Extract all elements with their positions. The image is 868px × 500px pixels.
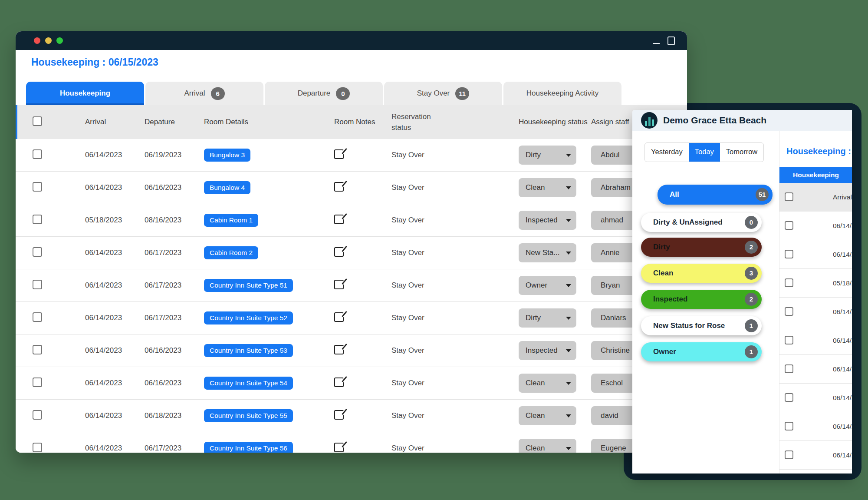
arrival-date: 05/18/2023 (68, 216, 133, 225)
minimize-icon[interactable] (653, 43, 660, 44)
tab-housekeeping[interactable]: Housekeeping (26, 82, 144, 105)
arrival-date: 06/14/2023 (68, 346, 133, 355)
departure-date: 08/16/2023 (133, 216, 194, 225)
row-checkbox[interactable] (33, 377, 42, 387)
room-notes-cell (324, 247, 389, 258)
row-checkbox[interactable] (33, 280, 42, 289)
mini-row-checkbox[interactable] (785, 336, 793, 344)
tab-housekeeping-activity[interactable]: Housekeeping Activity (503, 82, 621, 105)
room-notes-cell (324, 377, 389, 389)
tab-arrival[interactable]: Arrival6 (145, 82, 263, 105)
housekeeping-status-dropdown[interactable]: New Sta... (519, 243, 576, 262)
mini-row-checkbox[interactable] (785, 450, 793, 459)
day-toggle-yesterday[interactable]: Yesterday (645, 143, 689, 162)
day-toggle-today[interactable]: Today (689, 143, 720, 162)
table-body: 06/14/202306/19/2023Bungalow 3Stay OverD… (16, 139, 687, 453)
tab-label: Stay Over (417, 89, 450, 98)
filter-pill-new-status-for-rose[interactable]: New Status for Rose1 (641, 316, 762, 335)
housekeeping-status-dropdown[interactable]: Dirty (519, 308, 576, 328)
housekeeping-status-dropdown[interactable]: Inspected (519, 211, 576, 230)
row-checkbox[interactable] (33, 312, 42, 322)
room-details-cell: Country Inn Suite Type 56 (194, 442, 324, 453)
filter-pill-owner[interactable]: Owner1 (641, 342, 762, 361)
mini-row-checkbox[interactable] (785, 393, 793, 402)
filter-pill-dirty[interactable]: Dirty2 (641, 238, 762, 257)
tab-departure[interactable]: Departure0 (265, 82, 383, 105)
filter-label: All (670, 190, 679, 199)
mini-row-checkbox[interactable] (785, 364, 793, 373)
panel-header: Demo Grace Etta Beach (632, 110, 852, 131)
edit-note-icon[interactable] (334, 280, 344, 289)
housekeeping-status-dropdown[interactable]: Clean (519, 178, 576, 197)
mini-row-checkbox[interactable] (785, 221, 793, 230)
housekeeping-status-dropdown[interactable]: Clean (519, 439, 576, 453)
row-checkbox-cell (16, 215, 68, 226)
room-name-pill[interactable]: Country Inn Suite Type 55 (204, 409, 293, 422)
room-name-pill[interactable]: Country Inn Suite Type 53 (204, 344, 293, 357)
close-window-button[interactable] (34, 37, 40, 44)
edit-note-icon[interactable] (334, 377, 344, 387)
row-checkbox[interactable] (33, 345, 42, 354)
filter-label: New Status for Rose (653, 321, 725, 330)
room-name-pill[interactable]: Country Inn Suite Type 54 (204, 377, 293, 390)
mini-arrival-date: 06/14/2023 (833, 222, 852, 230)
room-name-pill[interactable]: Cabin Room 2 (204, 246, 258, 259)
filter-pill-inspected[interactable]: Inspected2 (641, 290, 762, 309)
row-checkbox[interactable] (33, 443, 42, 452)
edit-note-icon[interactable] (334, 345, 344, 354)
housekeeping-status-dropdown[interactable]: Clean (519, 374, 576, 393)
reservation-status: Stay Over (389, 444, 493, 453)
room-name-pill[interactable]: Country Inn Suite Type 51 (204, 279, 293, 292)
room-name-pill[interactable]: Country Inn Suite Type 52 (204, 311, 293, 325)
mini-tab-housekeeping[interactable]: Housekeeping (779, 167, 852, 183)
mini-row-checkbox[interactable] (785, 250, 793, 258)
housekeeping-status-dropdown[interactable]: Inspected (519, 341, 576, 360)
mini-row-checkbox[interactable] (785, 307, 793, 316)
filter-pill-dirty-unassigned[interactable]: Dirty & UnAssigned0 (641, 213, 762, 232)
row-checkbox-cell (16, 410, 68, 421)
edit-note-icon[interactable] (334, 149, 344, 159)
room-notes-cell (324, 182, 389, 193)
maximize-icon[interactable] (667, 36, 675, 45)
room-name-pill[interactable]: Bungalow 4 (204, 181, 250, 194)
room-name-pill[interactable]: Country Inn Suite Type 56 (204, 442, 293, 453)
mini-table-row: 06/14/2023 (779, 240, 852, 269)
mini-select-all-checkbox[interactable] (785, 192, 793, 201)
chevron-down-icon (566, 317, 571, 320)
housekeeping-status-dropdown[interactable]: Owner (519, 276, 576, 295)
select-all-checkbox[interactable] (33, 116, 42, 126)
filter-label: Dirty & UnAssigned (653, 218, 723, 227)
room-notes-cell (324, 410, 389, 421)
filter-pill-all[interactable]: All51 (658, 185, 773, 205)
room-notes-cell (324, 215, 389, 226)
row-checkbox[interactable] (33, 182, 42, 192)
row-checkbox[interactable] (33, 149, 42, 159)
filter-count-badge: 51 (756, 188, 769, 201)
row-checkbox[interactable] (33, 410, 42, 420)
row-checkbox[interactable] (33, 247, 42, 257)
zoom-window-button[interactable] (56, 37, 63, 44)
edit-note-icon[interactable] (334, 312, 344, 322)
mini-row-checkbox[interactable] (785, 278, 793, 287)
edit-note-icon[interactable] (334, 182, 344, 192)
room-name-pill[interactable]: Cabin Room 1 (204, 214, 258, 227)
minimize-window-button[interactable] (45, 37, 52, 44)
mini-row-checkbox[interactable] (785, 422, 793, 430)
edit-note-icon[interactable] (334, 443, 344, 452)
room-details-cell: Bungalow 3 (194, 149, 324, 162)
arrival-date: 06/14/2023 (68, 248, 133, 257)
edit-note-icon[interactable] (334, 215, 344, 224)
edit-note-icon[interactable] (334, 410, 344, 420)
row-checkbox[interactable] (33, 215, 42, 224)
housekeeping-status-cell: Clean (493, 178, 589, 197)
day-toggle-tomorrow[interactable]: Tomorrow (720, 143, 763, 162)
row-checkbox-cell (16, 312, 68, 324)
edit-note-icon[interactable] (334, 247, 344, 257)
filter-pill-clean[interactable]: Clean3 (641, 264, 762, 283)
room-name-pill[interactable]: Bungalow 3 (204, 149, 250, 162)
housekeeping-status-dropdown[interactable]: Dirty (519, 146, 576, 165)
tab-stay-over[interactable]: Stay Over11 (384, 82, 502, 105)
housekeeping-status-dropdown[interactable]: Clean (519, 406, 576, 425)
traffic-lights (34, 37, 63, 44)
mini-table-row: 06/14/2023 (779, 441, 852, 470)
